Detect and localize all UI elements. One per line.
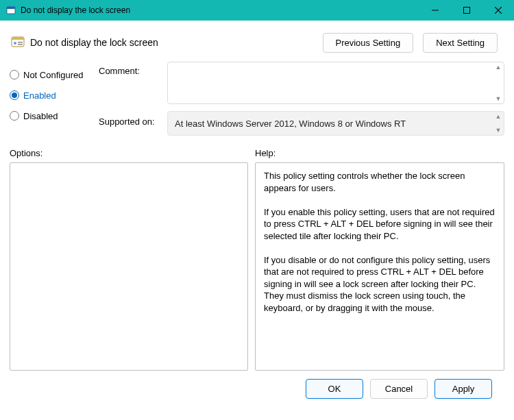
app-icon [5, 5, 16, 16]
apply-button[interactable]: Apply [435, 379, 492, 399]
cancel-button[interactable]: Cancel [370, 379, 428, 399]
comment-label: Comment: [99, 62, 167, 111]
radio-label: Enabled [23, 90, 56, 101]
svg-rect-7 [12, 37, 24, 40]
supported-on-field: At least Windows Server 2012, Windows 8 … [167, 111, 504, 136]
options-label: Options: [10, 148, 248, 158]
radio-icon [10, 70, 19, 79]
svg-rect-9 [18, 42, 23, 43]
radio-label: Not Configured [23, 70, 83, 80]
help-label: Help: [255, 148, 504, 158]
radio-disabled[interactable]: Disabled [10, 106, 99, 126]
supported-spin-up-icon[interactable]: ▲ [493, 112, 504, 121]
svg-rect-1 [7, 7, 15, 9]
radio-enabled[interactable]: Enabled [10, 85, 99, 106]
policy-title: Do not display the lock screen [30, 37, 323, 48]
comment-spin-up-icon[interactable]: ▲ [493, 62, 504, 72]
close-button[interactable] [482, 0, 514, 21]
policy-icon [10, 34, 26, 51]
supported-text: At least Windows Server 2012, Windows 8 … [175, 119, 406, 129]
svg-rect-10 [18, 44, 23, 45]
dialog-footer: OK Cancel Apply [10, 371, 504, 399]
options-panel[interactable] [10, 162, 248, 371]
supported-spin-down-icon[interactable]: ▼ [493, 125, 504, 135]
comment-spin-down-icon[interactable]: ▼ [493, 94, 504, 103]
supported-label: Supported on: [99, 111, 167, 136]
comment-input[interactable]: ▲ ▼ [167, 62, 504, 104]
maximize-button[interactable] [451, 0, 482, 21]
radio-label: Disabled [23, 111, 58, 121]
ok-button[interactable]: OK [306, 379, 363, 399]
help-text: This policy setting controls whether the… [264, 170, 495, 314]
radio-icon [10, 90, 19, 100]
previous-setting-button[interactable]: Previous Setting [323, 33, 414, 53]
state-radio-group: Not Configured Enabled Disabled [10, 62, 99, 136]
svg-point-8 [14, 42, 16, 45]
svg-rect-3 [464, 8, 470, 14]
radio-not-configured[interactable]: Not Configured [10, 64, 99, 85]
minimize-button[interactable] [419, 0, 451, 21]
help-panel[interactable]: This policy setting controls whether the… [255, 162, 504, 371]
next-setting-button[interactable]: Next Setting [423, 33, 498, 53]
window-title: Do not display the lock screen [21, 5, 419, 15]
radio-icon [10, 111, 19, 121]
header-row: Do not display the lock screen Previous … [10, 27, 504, 58]
titlebar: Do not display the lock screen [0, 0, 514, 21]
